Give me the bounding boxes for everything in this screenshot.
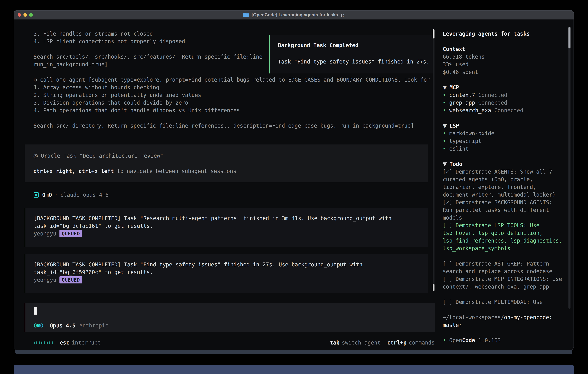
subagent-navigation-hint: ctrl+x right, ctrl+x left to navigate be… — [33, 167, 421, 175]
terminal-line-text: 4. LSP client connections not properly d… — [33, 38, 185, 44]
notification-body: Task "Find type safety issues" finished … — [278, 59, 431, 65]
hint-keys: ctrl+x right, ctrl+x left — [33, 168, 114, 174]
lsp-section-header[interactable]: ▼LSP — [443, 122, 564, 130]
status-dot-icon: • — [443, 337, 449, 344]
separator-dot: · — [54, 192, 58, 198]
terminal-line: 3. Division operations that could divide… — [33, 99, 439, 107]
background-task-notification: Background Task Completed Task "Find typ… — [269, 35, 434, 73]
workspace-repo: oh-my-opencode: — [504, 314, 552, 321]
todo-list: [✓] Demonstrate AGENTS: Show all 7 curat… — [443, 168, 564, 306]
lsp-server-name: eslint — [449, 146, 469, 152]
notification-title: Background Task Completed — [278, 42, 431, 48]
terminal-line-text: Search src/tools/, src/hooks/, src/featu… — [33, 54, 262, 60]
status-dot-icon: • — [443, 91, 449, 99]
app-version-row: •OpenCode1.0.163 — [443, 337, 564, 344]
terminal-line-text: 2. String operations on potentially unde… — [33, 92, 201, 98]
context-stat-line: 33% used — [443, 61, 564, 68]
terminal-line-text: 3. File handles or streams not closed — [33, 31, 153, 37]
spinner-dot — [33, 342, 35, 344]
composer-model: Opus 4.5 — [50, 322, 75, 329]
terminal-line-text: Search src/ directory. Return specific f… — [33, 123, 414, 129]
terminal-line-text: 1. Array access without bounds checking — [33, 84, 159, 91]
task-user: yeongyu — [34, 277, 56, 283]
desktop-bottom-strip — [14, 365, 574, 374]
mcp-server-name: websearch_exa — [449, 107, 491, 114]
session-busy-icon: ◐ — [340, 12, 344, 18]
spinner-dot — [44, 342, 45, 344]
chevron-down-icon: ▼ — [443, 123, 447, 129]
todo-item: [ ] Demonstrate MULTIMODAL: Use — [443, 298, 564, 306]
commands-key-hint: ctrl+p — [387, 340, 407, 346]
window-titlebar: [OpenCode] Leveraging agents for tasks ◐ — [14, 10, 574, 20]
terminal-line-text: 4. Path operations that don't handle Win… — [33, 107, 240, 114]
lsp-list: •markdown-oxide•typescript•eslint — [443, 130, 564, 153]
sidebar-scrollbar[interactable] — [568, 27, 570, 309]
context-stats: 66,518 tokens33% used$0.46 spent — [443, 53, 564, 76]
app-name-dim: Open — [449, 337, 462, 343]
composer-provider: Anthropic — [79, 322, 108, 329]
mcp-server-status: Connected — [494, 107, 523, 114]
terminal-line: 1. Array access without bounds checking — [33, 83, 439, 91]
zoom-window-button[interactable] — [29, 13, 33, 17]
main-scrollbar-thumb-top[interactable] — [433, 29, 434, 39]
main-scrollbar[interactable] — [433, 29, 434, 291]
terminal-line: 4. Path operations that don't handle Win… — [33, 107, 439, 114]
lsp-heading: LSP — [449, 123, 459, 129]
oracle-task-title: Oracle Task "Deep architecture review" — [41, 153, 163, 159]
status-bar: esc interrupt tab switch agent ctrl+p co… — [33, 339, 435, 346]
workspace-branch: master — [443, 322, 462, 328]
esc-key-label: interrupt — [72, 340, 101, 346]
todo-item: [✓] Demonstrate BACKGROUND AGENTS: Run p… — [443, 198, 564, 222]
lsp-item: •typescript — [443, 137, 564, 145]
status-dot-icon: • — [443, 137, 449, 145]
todo-item: [✓] Demonstrate AGENTS: Show all 7 curat… — [443, 168, 564, 198]
mcp-heading: MCP — [449, 84, 459, 91]
main-scrollbar-thumb-bottom[interactable] — [433, 284, 434, 291]
task-meta-row: yeongyuQUEUED — [34, 276, 421, 284]
hint-text: to navigate between subagent sessions — [114, 168, 236, 174]
mcp-section-header[interactable]: ▼MCP — [443, 83, 564, 91]
status-dot-icon: • — [443, 107, 449, 114]
mcp-item: •websearch_exaConnected — [443, 107, 564, 114]
record-icon: ◎ — [33, 153, 38, 159]
working-spinner — [33, 342, 53, 344]
mcp-server-name: context7 — [449, 92, 475, 98]
queued-badge: QUEUED — [60, 230, 82, 237]
status-dot-icon: • — [443, 130, 449, 137]
todo-section-header[interactable]: ▼Todo — [443, 160, 564, 168]
spinner-dot — [49, 342, 50, 344]
close-window-button[interactable] — [18, 13, 21, 17]
background-window-edge — [15, 350, 572, 354]
app-version: 1.0.163 — [478, 337, 501, 343]
terminal-line-text: 3. Division operations that could divide… — [33, 100, 188, 106]
terminal-line — [33, 114, 439, 122]
oracle-task-panel[interactable]: ◎Oracle Task "Deep architecture review" … — [25, 145, 428, 182]
task-result-text: [BACKGROUND TASK COMPLETED] Task "Find t… — [34, 261, 421, 276]
spinner-dot — [36, 342, 37, 344]
mcp-server-status: Connected — [478, 92, 507, 98]
sidebar-scrollbar-thumb[interactable] — [568, 27, 570, 48]
context-heading: Context — [443, 45, 564, 53]
subagent-session-header[interactable]: OmO · claude-opus-4-5 — [33, 191, 109, 199]
chevron-down-icon: ▼ — [443, 161, 447, 167]
sidebar: Leveraging agents for tasks Context 66,5… — [443, 30, 564, 344]
task-user: yeongyu — [34, 230, 56, 237]
background-task-result: [BACKGROUND TASK COMPLETED] Task "Find t… — [25, 254, 428, 293]
mcp-item: •context7Connected — [443, 91, 564, 99]
mcp-server-name: grep_app — [449, 100, 475, 106]
todo-item: [ ] Demonstrate MCP INTEGRATIONS: Use co… — [443, 275, 564, 291]
terminal-line: ⚙ call_omo_agent [subagent_type=explore,… — [33, 76, 439, 83]
composer-agent-name: OmO — [34, 322, 43, 329]
background-task-result: [BACKGROUND TASK COMPLETED] Task "Resear… — [25, 208, 428, 247]
tab-key-label: switch agent — [342, 340, 380, 346]
message-input-box[interactable]: OmO Opus 4.5 Anthropic — [25, 303, 435, 332]
agent-checkbox-icon — [33, 192, 39, 197]
tab-key-hint: tab — [330, 340, 340, 346]
context-stat-line: 66,518 tokens — [443, 53, 564, 61]
window-title: [OpenCode] Leveraging agents for tasks — [252, 12, 338, 18]
minimize-window-button[interactable] — [23, 13, 27, 17]
agent-name: OmO — [42, 192, 52, 198]
agent-model: claude-opus-4-5 — [60, 192, 109, 198]
spinner-dot — [41, 342, 42, 344]
spinner-dot — [47, 342, 48, 344]
